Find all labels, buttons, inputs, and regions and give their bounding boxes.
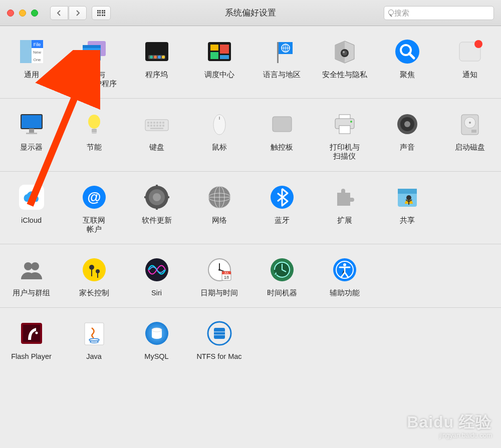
pref-time-machine[interactable]: 时间机器 — [250, 256, 313, 297]
pref-startup-disk[interactable]: 启动磁盘 — [438, 111, 501, 161]
pref-displays[interactable]: 显示器 — [0, 111, 63, 161]
pref-extensions[interactable]: 扩展 — [313, 184, 376, 234]
maximize-button[interactable] — [31, 10, 38, 17]
pref-language[interactable]: 语言与地区 — [250, 38, 313, 88]
pref-java[interactable]: Java — [63, 320, 125, 361]
svg-rect-20 — [210, 52, 218, 59]
forward-button[interactable] — [69, 6, 87, 20]
pref-siri[interactable]: Siri — [125, 256, 188, 297]
svg-rect-77 — [144, 196, 148, 198]
pref-label: 互联网 帐户 — [83, 216, 105, 234]
pref-sharing[interactable]: 共享 — [376, 184, 438, 234]
svg-rect-47 — [162, 122, 164, 124]
svg-point-96 — [96, 269, 100, 273]
svg-point-29 — [343, 51, 345, 53]
svg-point-103 — [218, 269, 220, 271]
prefs-row-2: 显示器 节能 键盘 鼠标 触控板 打印机与 扫描仪 声音 — [0, 99, 501, 171]
svg-rect-123 — [214, 328, 225, 339]
close-button[interactable] — [7, 10, 14, 17]
pref-dock[interactable]: 程序坞 — [125, 38, 188, 88]
printer-icon — [331, 111, 358, 138]
pref-datetime[interactable]: JUL18 日期与时间 — [188, 256, 250, 297]
svg-rect-89 — [408, 200, 409, 205]
svg-text:New: New — [33, 50, 41, 55]
search-input[interactable] — [394, 9, 489, 17]
pref-ntfs[interactable]: NTFS for Mac — [188, 320, 250, 361]
pref-parental[interactable]: 家长控制 — [63, 256, 125, 297]
mysql-icon — [143, 320, 170, 347]
pref-accessibility[interactable]: 辅助功能 — [313, 256, 376, 297]
pref-label: Java — [86, 352, 102, 361]
svg-rect-98 — [97, 273, 98, 278]
pref-notifications[interactable]: 通知 — [438, 38, 501, 88]
spotlight-icon — [394, 38, 421, 65]
titlebar: 系统偏好设置 — [0, 0, 501, 26]
svg-rect-87 — [398, 189, 417, 194]
flash-icon — [18, 320, 45, 347]
pref-desktop[interactable]: 桌面与 屏幕保护程序 — [63, 38, 125, 88]
prefs-row-5: Flash Player Java MySQL NTFS for Mac — [0, 308, 501, 371]
search-box[interactable] — [384, 6, 494, 20]
pref-mission-control[interactable]: 调度中心 — [188, 38, 250, 88]
svg-rect-75 — [156, 185, 158, 189]
svg-rect-54 — [150, 128, 163, 129]
svg-point-74 — [153, 193, 161, 201]
svg-rect-52 — [159, 125, 161, 127]
minimize-button[interactable] — [19, 10, 26, 17]
nav-buttons — [50, 6, 87, 20]
pref-bluetooth[interactable]: 蓝牙 — [250, 184, 313, 234]
pref-label: 日期与时间 — [200, 288, 238, 297]
pref-label: iCloud — [21, 216, 42, 225]
svg-text:JUL: JUL — [224, 271, 228, 274]
svg-rect-7 — [20, 40, 32, 63]
svg-rect-46 — [159, 122, 161, 124]
pref-mysql[interactable]: MySQL — [125, 320, 188, 361]
pref-mouse[interactable]: 鼠标 — [188, 111, 250, 161]
pref-flash[interactable]: Flash Player — [0, 320, 63, 361]
back-button[interactable] — [50, 6, 68, 20]
notifications-icon — [456, 38, 483, 65]
users-icon — [18, 256, 45, 283]
svg-rect-49 — [150, 125, 152, 127]
svg-point-28 — [342, 51, 347, 56]
pref-security[interactable]: 安全性与隐私 — [313, 38, 376, 88]
grid-icon — [97, 10, 106, 16]
pref-spotlight[interactable]: 聚焦 — [376, 38, 438, 88]
pref-energy[interactable]: 节能 — [63, 111, 125, 161]
pref-keyboard[interactable]: 键盘 — [125, 111, 188, 161]
pref-printers[interactable]: 打印机与 扫描仪 — [313, 111, 376, 161]
prefs-row-3: iCloud @ 互联网 帐户 软件更新 网络 蓝牙 扩展 共享 — [0, 172, 501, 244]
svg-rect-50 — [153, 125, 155, 127]
svg-point-61 — [350, 121, 352, 123]
datetime-icon: JUL18 — [206, 256, 233, 283]
pref-users[interactable]: 用户与群组 — [0, 256, 63, 297]
pref-software-update[interactable]: 软件更新 — [125, 184, 188, 234]
svg-rect-60 — [339, 126, 350, 134]
search-icon — [388, 10, 391, 17]
dock-icon — [143, 38, 170, 65]
security-icon — [331, 38, 358, 65]
prefs-row-4: 用户与群组 家长控制 Siri JUL18 日期与时间 时间机器 辅助功能 — [0, 244, 501, 308]
pref-internet-accounts[interactable]: @ 互联网 帐户 — [63, 184, 125, 234]
pref-trackpad[interactable]: 触控板 — [250, 111, 313, 161]
svg-point-39 — [88, 115, 100, 129]
window-controls — [7, 10, 38, 17]
pref-label: 打印机与 扫描仪 — [330, 143, 360, 161]
watermark-main: Baidu 经验 — [407, 411, 492, 433]
pref-sound[interactable]: 声音 — [376, 111, 438, 161]
desktop-icon — [81, 38, 108, 65]
svg-text:18: 18 — [223, 275, 228, 280]
show-all-button[interactable] — [92, 6, 111, 20]
siri-icon — [143, 256, 170, 283]
pref-icloud[interactable]: iCloud — [0, 184, 63, 234]
pref-network[interactable]: 网络 — [188, 184, 250, 234]
accessibility-icon — [331, 256, 358, 283]
svg-rect-21 — [220, 55, 229, 59]
keyboard-icon — [143, 111, 170, 138]
svg-rect-68 — [471, 130, 476, 133]
svg-point-95 — [89, 265, 94, 270]
pref-label: 安全性与隐私 — [322, 70, 367, 79]
svg-text:File: File — [33, 42, 41, 47]
pref-general[interactable]: File New One 通用 — [0, 38, 63, 88]
svg-point-94 — [83, 258, 106, 281]
